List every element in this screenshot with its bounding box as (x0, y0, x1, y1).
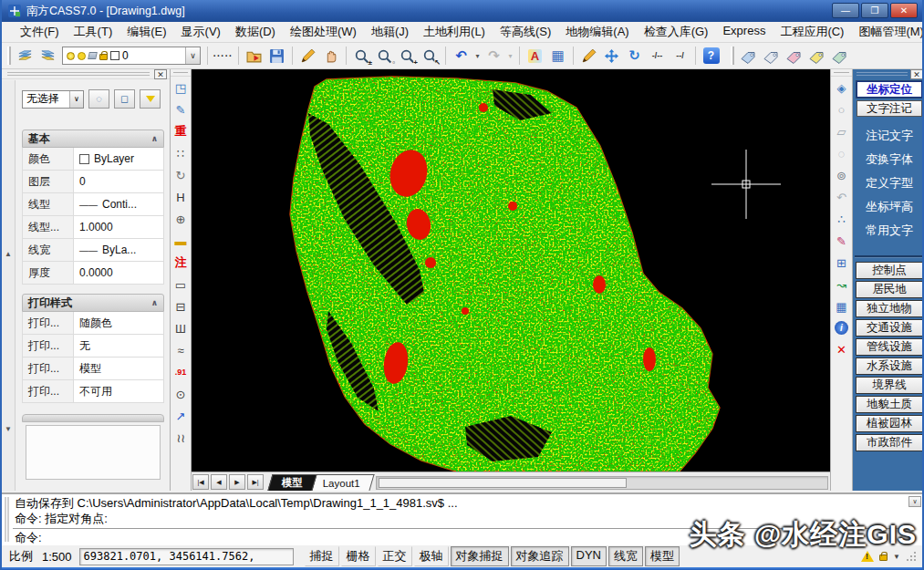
toolbar-grip[interactable] (831, 69, 852, 77)
category-button[interactable]: 控制点 (856, 262, 923, 279)
panel-link[interactable]: 注记文字 (853, 124, 924, 148)
tag-edit-icon[interactable] (806, 46, 827, 67)
sheet-locate-icon[interactable]: ◳ (171, 77, 191, 98)
menu-item[interactable]: 数据(D) (228, 22, 283, 42)
section-plotstyle-header[interactable]: 打印样式 ∧ (22, 294, 164, 312)
find-text-icon[interactable]: A (524, 46, 545, 67)
status-toggle[interactable]: 线宽 (608, 546, 643, 566)
category-button[interactable]: 市政部件 (856, 434, 923, 451)
layer-manager-icon[interactable] (15, 46, 36, 67)
snap-points-icon[interactable]: ∴ (831, 208, 852, 230)
menu-item[interactable]: 检查入库(G) (637, 22, 716, 42)
status-toggle[interactable]: 对象捕捉 (451, 546, 509, 566)
scroll-down-icon[interactable]: ▼ (4, 425, 13, 433)
quick-select-icon[interactable]: ◌ (88, 89, 109, 109)
menu-item[interactable]: Express (715, 22, 773, 42)
property-value[interactable]: 0.0000 (74, 262, 163, 284)
menu-item[interactable]: 等高线(S) (493, 22, 558, 42)
palette-grip[interactable]: ✕ (2, 69, 170, 79)
tab-layout1[interactable]: Layout1 (308, 474, 374, 491)
block-save-icon[interactable]: ⊞ (831, 252, 852, 274)
scale-value[interactable]: 1:500 (42, 550, 72, 564)
property-value[interactable]: 1.0000 (74, 216, 163, 238)
h-width-icon[interactable]: H (171, 186, 191, 208)
edit-pencil-icon[interactable]: ✎ (831, 230, 852, 252)
calc-grid-icon[interactable]: ▦ (831, 295, 852, 317)
restore-button[interactable]: ❐ (861, 3, 888, 18)
close-button[interactable]: ✕ (890, 3, 918, 18)
tag-copy-icon[interactable] (761, 46, 782, 67)
view-rotate-icon[interactable]: ↻ (171, 164, 191, 186)
scrollbar-thumb[interactable] (379, 478, 627, 488)
category-button[interactable]: 水系设施 (856, 358, 923, 375)
tab-last-icon[interactable]: ▶| (247, 474, 264, 490)
model-canvas[interactable] (192, 69, 830, 472)
help-button[interactable]: ? (701, 46, 722, 67)
coordinate-readout[interactable]: 693821.0701, 3456141.7562, 0.0000 (79, 548, 294, 565)
zoom-realtime-icon[interactable]: ± (351, 46, 372, 67)
category-button[interactable]: 独立地物 (856, 300, 923, 317)
status-toggle[interactable]: 对象追踪 (511, 546, 569, 566)
filter-icon[interactable] (140, 89, 161, 109)
sheet-edit-icon[interactable]: ✎ (171, 98, 191, 120)
undo-dropdown-icon[interactable]: ▾ (473, 52, 482, 60)
layer-previous-icon[interactable] (37, 46, 58, 67)
table-icon[interactable]: ▦ (547, 46, 568, 67)
panel-link[interactable]: 坐标坪高 (853, 195, 924, 219)
match-properties-icon[interactable] (578, 46, 599, 67)
menu-item[interactable]: 地物编辑(A) (558, 22, 636, 42)
beam-e-icon[interactable]: Ш (171, 317, 191, 339)
menu-item[interactable]: 绘图处理(W) (283, 22, 364, 42)
redo-icon[interactable]: ↷ (483, 46, 504, 67)
undo-icon[interactable]: ↶ (451, 46, 472, 67)
menu-item[interactable]: 编辑(E) (119, 22, 173, 42)
toolbar-grip[interactable] (7, 47, 11, 65)
tab-first-icon[interactable]: |◀ (192, 474, 209, 490)
redo-dropdown-icon[interactable]: ▾ (506, 52, 514, 60)
tag-green-icon[interactable] (829, 46, 850, 67)
property-value[interactable]: 不可用 (74, 380, 163, 402)
category-button[interactable]: 交通设施 (856, 319, 923, 337)
zoom-previous-icon[interactable]: ↖ (420, 46, 441, 67)
selection-combo[interactable]: 无选择 ∨ (22, 90, 84, 109)
beam-h-icon[interactable]: ⊟ (171, 295, 191, 317)
panel-link[interactable]: 常用文字 (853, 219, 924, 243)
slope-arrow-icon[interactable]: ↗ (171, 405, 191, 427)
annotate-label[interactable]: 注 (171, 252, 191, 274)
category-button[interactable]: 植被园林 (856, 415, 923, 432)
zoom-pan-icon[interactable]: + (397, 46, 418, 67)
property-value[interactable]: ByLa... (74, 239, 163, 261)
bridge-icon[interactable]: ≈ (171, 339, 191, 361)
command-scroll-down-icon[interactable]: ∨ (908, 496, 921, 507)
section-basic-header[interactable]: 基本 ∧ (22, 130, 164, 148)
circle-dot-icon[interactable]: ⊙ (171, 383, 191, 405)
named-views-icon[interactable] (244, 46, 265, 67)
zoom-window-icon[interactable]: ⊚ (831, 164, 852, 186)
menu-item[interactable]: 工程应用(C) (773, 22, 851, 42)
break-icon[interactable]: --/ (670, 46, 690, 67)
menu-item[interactable]: 工具(T) (67, 22, 120, 42)
horizontal-scrollbar[interactable] (376, 476, 828, 490)
menu-item[interactable]: 图幅管理(M) (851, 22, 924, 42)
property-value[interactable]: 模型 (74, 358, 163, 379)
rotate-icon[interactable]: ↻ (624, 46, 645, 67)
info-icon[interactable]: i (835, 321, 848, 335)
zoom-window-icon[interactable]: ▫ (374, 46, 395, 67)
status-toggle[interactable]: DYN (571, 546, 607, 566)
property-value[interactable]: 无 (74, 335, 163, 357)
decimal-label[interactable]: .91 (171, 361, 191, 383)
redraw-label[interactable]: 重 (171, 120, 191, 142)
select-objects-icon[interactable]: ◻ (114, 89, 135, 109)
pan-sheet-icon[interactable]: ▱ (831, 120, 852, 142)
category-button[interactable]: 地貌土质 (856, 396, 923, 413)
menu-item[interactable]: 土地利用(L) (416, 22, 493, 42)
minimize-button[interactable]: — (832, 3, 859, 18)
panel-header-coordinate[interactable]: 坐标定位 (857, 81, 922, 98)
panel-link[interactable]: 定义字型 (853, 171, 924, 195)
toolbar-grip[interactable] (171, 69, 191, 77)
rect-draw-icon[interactable]: ▭ (171, 274, 191, 295)
selection-combo-dropdown-icon[interactable]: ∨ (69, 91, 83, 108)
panel-subheader-text-annotation[interactable]: 文字注记 (857, 100, 922, 117)
ruler-icon[interactable]: ▬ (171, 230, 191, 252)
draw-pencil-icon[interactable] (297, 46, 318, 67)
